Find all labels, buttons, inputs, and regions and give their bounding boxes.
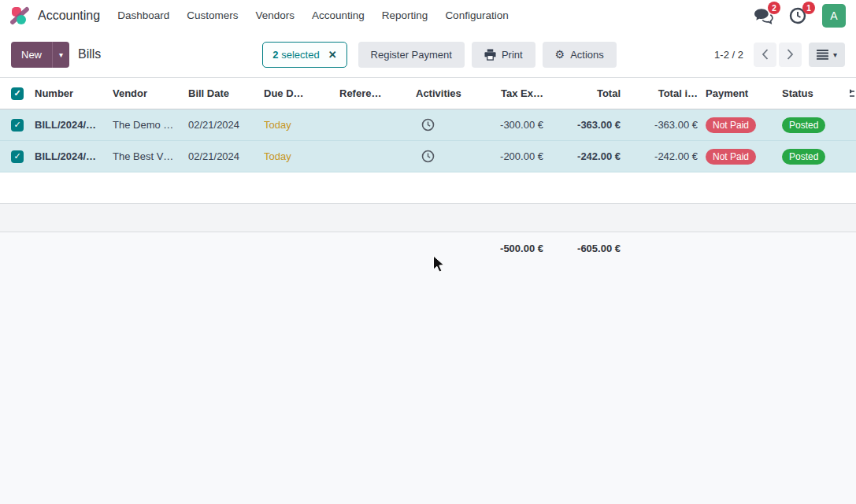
- messages-button[interactable]: 2: [753, 6, 773, 25]
- actions-label: Actions: [570, 49, 604, 61]
- column-header-number[interactable]: Number: [35, 87, 113, 99]
- cell-vendor: The Demo …: [113, 119, 188, 131]
- cell-bill-date: 02/21/2024: [188, 150, 264, 162]
- user-avatar[interactable]: A: [822, 4, 846, 28]
- cell-total: -363.00 €: [543, 119, 621, 131]
- page-bottom-area: -500.00 € -605.00 €: [0, 232, 856, 504]
- cell-vendor: The Best V…: [113, 150, 188, 162]
- cell-number: BILL/2024/…: [35, 119, 113, 131]
- register-payment-button[interactable]: Register Payment: [358, 42, 465, 68]
- nav-menu: Dashboard Customers Vendors Accounting R…: [109, 0, 517, 32]
- print-label: Print: [502, 49, 523, 61]
- column-header-tax-excluded[interactable]: Tax Ex…: [470, 87, 543, 99]
- caret-down-icon: ▾: [59, 50, 63, 59]
- cell-tax-excluded: -300.00 €: [470, 119, 543, 131]
- close-icon[interactable]: ✕: [328, 50, 337, 60]
- column-header-activities[interactable]: Activities: [416, 87, 470, 99]
- pager-previous-button[interactable]: [754, 43, 776, 67]
- sum-total: -605.00 €: [543, 243, 621, 254]
- row-select-cell: ✓: [0, 119, 35, 132]
- pager-buttons: [754, 43, 802, 67]
- table-empty-area: [0, 172, 856, 203]
- payment-status-badge: Not Paid: [706, 149, 756, 165]
- activities-badge: 1: [802, 2, 815, 14]
- messages-badge: 2: [768, 2, 780, 14]
- status-badge: Posted: [782, 149, 825, 165]
- list-header-row: ✓ Number Vendor Bill Date Due D… Refere……: [0, 78, 856, 109]
- odoo-accounting-logo-icon: [10, 6, 31, 25]
- page-title: Bills: [78, 47, 101, 61]
- status-badge: Posted: [782, 117, 825, 133]
- table-row[interactable]: ✓ BILL/2024/… The Best V… 02/21/2024 Tod…: [0, 141, 856, 172]
- optional-columns-cell: [850, 87, 856, 100]
- app-name: Accounting: [38, 9, 100, 23]
- list-view-icon: [817, 50, 828, 60]
- column-header-status[interactable]: Status: [776, 87, 850, 99]
- column-header-vendor[interactable]: Vendor: [113, 87, 188, 99]
- chevron-left-icon: [762, 49, 769, 60]
- printer-icon: [484, 49, 496, 61]
- cell-due-date: Today: [264, 119, 291, 131]
- select-all-checkbox[interactable]: ✓: [11, 87, 24, 100]
- row-select-cell: ✓: [0, 150, 35, 163]
- pager-next-button[interactable]: [779, 43, 802, 67]
- column-header-total-in-currency[interactable]: Total i…: [621, 87, 698, 99]
- caret-down-icon: ▾: [833, 50, 837, 59]
- new-caret-button[interactable]: ▾: [52, 42, 69, 68]
- odoo-accounting-screen: Accounting Dashboard Customers Vendors A…: [0, 0, 856, 504]
- aggregates-row: -500.00 € -605.00 €: [0, 232, 856, 264]
- cell-due-date: Today: [264, 150, 291, 162]
- pager-range: 1-2 / 2: [714, 49, 743, 61]
- cell-number: BILL/2024/…: [35, 150, 113, 162]
- table-row[interactable]: ✓ BILL/2024/… The Demo … 02/21/2024 Toda…: [0, 109, 856, 141]
- nav-item-accounting[interactable]: Accounting: [303, 0, 373, 32]
- column-header-reference[interactable]: Refere…: [339, 87, 416, 99]
- row-checkbox[interactable]: ✓: [11, 150, 24, 163]
- column-header-total[interactable]: Total: [543, 87, 621, 99]
- new-button[interactable]: New: [11, 42, 52, 68]
- check-icon: ✓: [13, 151, 20, 161]
- view-switcher-button[interactable]: ▾: [809, 43, 845, 67]
- selection-text: 2 selected: [272, 49, 319, 61]
- gear-icon: ⚙: [555, 48, 565, 61]
- activities-button[interactable]: 1: [787, 6, 808, 25]
- chevron-right-icon: [787, 49, 794, 60]
- cell-total-in-currency: -363.00 €: [621, 119, 698, 131]
- nav-systray: 2 1 A: [753, 4, 846, 28]
- column-header-due-date[interactable]: Due D…: [264, 87, 339, 99]
- optional-columns-sliders-icon[interactable]: [850, 87, 854, 100]
- app-switcher[interactable]: Accounting: [10, 6, 100, 25]
- action-buttons: Register Payment Print ⚙ Actions: [358, 42, 617, 68]
- nav-item-reporting[interactable]: Reporting: [373, 0, 437, 32]
- control-panel: New ▾ Bills 2 selected ✕ Register Paymen…: [0, 32, 856, 77]
- payment-status-badge: Not Paid: [706, 117, 756, 133]
- activity-clock-icon[interactable]: [421, 150, 470, 163]
- nav-item-customers[interactable]: Customers: [178, 0, 246, 32]
- activity-clock-icon[interactable]: [421, 118, 470, 132]
- check-icon: ✓: [13, 120, 20, 130]
- select-all-cell: ✓: [0, 87, 35, 100]
- top-navbar: Accounting Dashboard Customers Vendors A…: [0, 0, 856, 32]
- list-footer-band: [0, 203, 856, 232]
- register-payment-label: Register Payment: [371, 49, 452, 61]
- cell-tax-excluded: -200.00 €: [470, 150, 543, 162]
- pager: 1-2 / 2 ▾: [714, 43, 845, 67]
- bills-list: ✓ Number Vendor Bill Date Due D… Refere……: [0, 77, 856, 172]
- actions-button[interactable]: ⚙ Actions: [543, 42, 617, 68]
- cell-bill-date: 02/21/2024: [188, 119, 264, 131]
- column-header-payment[interactable]: Payment: [698, 87, 776, 99]
- print-button[interactable]: Print: [472, 42, 535, 68]
- sum-tax-excluded: -500.00 €: [470, 243, 543, 254]
- cell-total-in-currency: -242.00 €: [621, 150, 698, 162]
- nav-item-dashboard[interactable]: Dashboard: [109, 0, 178, 32]
- selection-toolbar: 2 selected ✕ Register Payment Print: [262, 42, 616, 68]
- nav-item-configuration[interactable]: Configuration: [436, 0, 517, 32]
- cell-total: -242.00 €: [543, 150, 621, 162]
- row-checkbox[interactable]: ✓: [11, 119, 24, 132]
- new-split-button: New ▾: [11, 42, 69, 68]
- nav-item-vendors[interactable]: Vendors: [246, 0, 303, 32]
- selection-chip: 2 selected ✕: [262, 42, 346, 68]
- check-icon: ✓: [13, 88, 20, 98]
- column-header-bill-date[interactable]: Bill Date: [188, 87, 264, 99]
